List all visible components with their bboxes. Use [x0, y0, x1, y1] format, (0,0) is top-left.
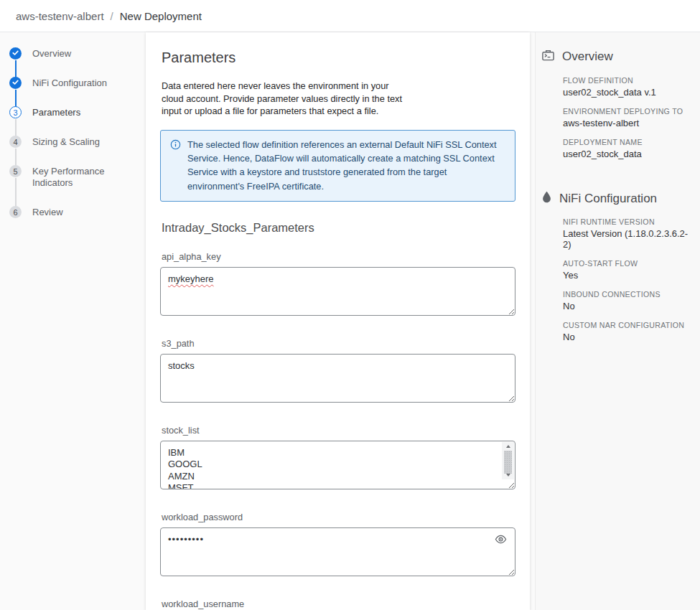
breadcrumb-separator: /: [111, 10, 113, 22]
field-group-workload-password: workload_password •••••••••: [160, 512, 515, 576]
summary-item-label: INBOUND CONNECTIONS: [563, 290, 690, 299]
api-alpha-key-input[interactable]: mykeyhere: [160, 267, 515, 316]
summary-item-custom-nar: CUSTOM NAR CONFIGURATION No: [563, 321, 690, 342]
stock-list-input[interactable]: IBM GOOGL AMZN MSFT: [160, 441, 515, 489]
s3-path-input[interactable]: stocks: [160, 354, 515, 403]
summary-item-environment: ENVIRONMENT DEPLOYING TO aws-testenv-alb…: [563, 107, 690, 128]
field-group-s3-path: s3_path stocks: [160, 338, 515, 403]
stepper-step-kpi[interactable]: 5 Key Performance Indicators: [9, 165, 146, 206]
summary-item-label: CUSTOM NAR CONFIGURATION: [563, 321, 690, 329]
field-group-api-alpha-key: api_alpha_key mykeyhere: [160, 251, 515, 316]
summary-item-inbound-connections: INBOUND CONNECTIONS No: [563, 290, 690, 311]
summary-item-flow-definition: FLOW DEFINITION user02_stock_data v.1: [563, 76, 690, 98]
summary-overview-section: Overview FLOW DEFINITION user02_stock_da…: [541, 48, 690, 159]
alert-text: The selected flow definition references …: [187, 138, 506, 193]
field-group-workload-username: workload_username user02: [160, 599, 515, 610]
summary-item-value: user02_stock_data v.1: [563, 87, 690, 98]
scroll-up-icon[interactable]: [506, 445, 510, 448]
parameters-panel: Parameters Data entered here never leave…: [146, 32, 530, 610]
step-label: NiFi Configuration: [32, 77, 107, 89]
step-number-dot: 6: [9, 206, 22, 218]
step-number-dot: 5: [9, 165, 22, 177]
summary-nifi-section: NiFi Configuration NIFI RUNTIME VERSION …: [541, 191, 690, 342]
toolbox-icon: [541, 48, 555, 65]
step-label: Key Performance Indicators: [32, 165, 117, 189]
summary-item-value: user02_stock_data: [563, 149, 690, 159]
workload-password-input[interactable]: •••••••••: [160, 527, 515, 576]
wizard-stepper: Overview NiFi Configuration 3 Parameters…: [0, 32, 146, 610]
panel-divider: [530, 32, 535, 610]
panel-title: Parameters: [162, 50, 515, 66]
summary-item-deployment-name: DEPLOYMENT NAME user02_stock_data: [563, 138, 690, 159]
page-title: New Deployment: [120, 10, 202, 22]
scroll-down-icon[interactable]: [506, 474, 510, 477]
breadcrumb-environment[interactable]: aws-testenv-albert: [16, 10, 104, 22]
field-value: mykeyhere: [168, 273, 214, 284]
field-label: workload_password: [162, 512, 515, 522]
field-label: workload_username: [162, 599, 515, 609]
summary-item-label: NIFI RUNTIME VERSION: [563, 217, 690, 226]
summary-item-value: Yes: [563, 270, 690, 281]
field-value: IBM GOOGL AMZN MSFT: [168, 447, 495, 489]
panel-description: Data entered here never leaves the envir…: [162, 80, 411, 118]
step-complete-dot: [9, 77, 22, 89]
field-label: stock_list: [162, 425, 515, 436]
step-complete-dot: [9, 47, 22, 60]
stepper-step-parameters[interactable]: 3 Parameters: [9, 106, 146, 136]
summary-item-label: ENVIRONMENT DEPLOYING TO: [563, 107, 690, 116]
step-label: Parameters: [32, 106, 80, 118]
step-number-dot: 3: [9, 106, 22, 118]
scrollbar-thumb[interactable]: [504, 451, 512, 474]
field-group-stock-list: stock_list IBM GOOGL AMZN MSFT: [160, 425, 515, 489]
summary-item-auto-start: AUTO-START FLOW Yes: [563, 259, 690, 281]
ssl-context-info-alert: The selected flow definition references …: [160, 130, 515, 202]
summary-item-label: FLOW DEFINITION: [563, 76, 690, 85]
info-icon: [170, 139, 181, 193]
stepper-step-overview[interactable]: Overview: [9, 47, 146, 77]
summary-item-label: AUTO-START FLOW: [563, 259, 690, 268]
stepper-step-review[interactable]: 6 Review: [9, 206, 146, 235]
check-icon: [11, 78, 19, 88]
step-label: Overview: [32, 47, 71, 60]
stepper-step-nifi-configuration[interactable]: NiFi Configuration: [9, 77, 146, 106]
summary-item-value: Latest Version (1.18.0.2.3.6.2-2): [563, 228, 690, 250]
check-icon: [11, 49, 19, 58]
stepper-step-sizing-scaling[interactable]: 4 Sizing & Scaling: [9, 136, 146, 165]
summary-section-title: Overview: [562, 50, 613, 64]
step-number-dot: 4: [9, 136, 22, 148]
droplet-icon: [541, 191, 552, 206]
summary-item-value: aws-testenv-albert: [563, 118, 690, 128]
step-label: Review: [32, 206, 63, 218]
field-label: s3_path: [162, 338, 515, 349]
deployment-summary-panel: Overview FLOW DEFINITION user02_stock_da…: [535, 32, 700, 610]
summary-item-value: No: [563, 332, 690, 342]
summary-item-nifi-runtime: NIFI RUNTIME VERSION Latest Version (1.1…: [563, 217, 690, 250]
show-password-eye-icon[interactable]: [495, 533, 507, 548]
summary-item-label: DEPLOYMENT NAME: [563, 138, 690, 146]
summary-item-value: No: [563, 301, 690, 311]
breadcrumb: aws-testenv-albert / New Deployment: [0, 0, 700, 32]
field-label: api_alpha_key: [162, 251, 515, 262]
summary-section-title: NiFi Configuration: [559, 192, 657, 206]
scrollbar[interactable]: [502, 442, 514, 479]
parameter-group-title: Intraday_Stocks_Parameters: [162, 221, 515, 235]
step-label: Sizing & Scaling: [32, 136, 100, 148]
